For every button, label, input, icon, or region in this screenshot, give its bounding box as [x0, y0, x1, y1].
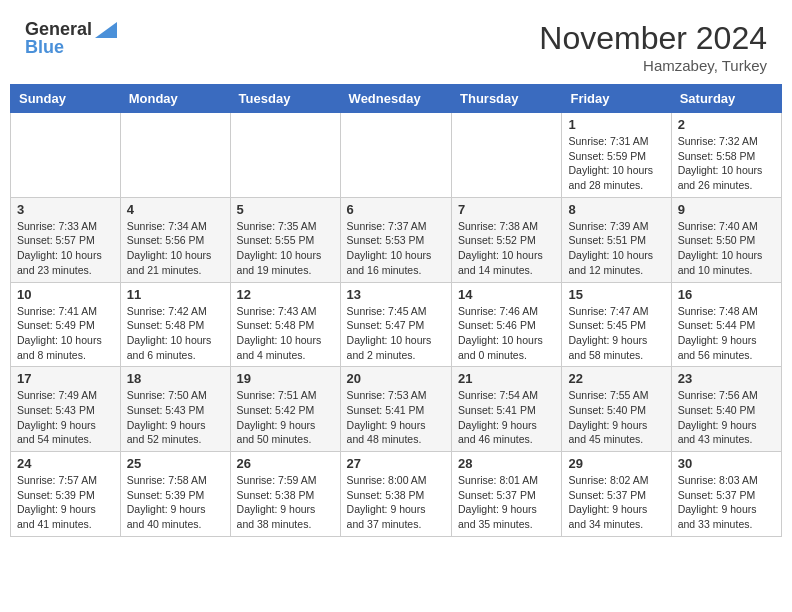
weekday-header-monday: Monday — [120, 85, 230, 113]
day-info: Sunrise: 7:32 AM Sunset: 5:58 PM Dayligh… — [678, 134, 775, 193]
calendar-table: SundayMondayTuesdayWednesdayThursdayFrid… — [10, 84, 782, 537]
calendar-cell: 18Sunrise: 7:50 AM Sunset: 5:43 PM Dayli… — [120, 367, 230, 452]
calendar-cell: 11Sunrise: 7:42 AM Sunset: 5:48 PM Dayli… — [120, 282, 230, 367]
day-number: 6 — [347, 202, 445, 217]
day-info: Sunrise: 7:49 AM Sunset: 5:43 PM Dayligh… — [17, 388, 114, 447]
day-info: Sunrise: 7:57 AM Sunset: 5:39 PM Dayligh… — [17, 473, 114, 532]
day-number: 22 — [568, 371, 664, 386]
day-info: Sunrise: 7:50 AM Sunset: 5:43 PM Dayligh… — [127, 388, 224, 447]
weekday-header-saturday: Saturday — [671, 85, 781, 113]
page-header: General Blue November 2024 Hamzabey, Tur… — [10, 10, 782, 79]
weekday-header-sunday: Sunday — [11, 85, 121, 113]
day-number: 10 — [17, 287, 114, 302]
day-info: Sunrise: 8:03 AM Sunset: 5:37 PM Dayligh… — [678, 473, 775, 532]
day-number: 14 — [458, 287, 555, 302]
weekday-header-thursday: Thursday — [452, 85, 562, 113]
calendar-cell: 10Sunrise: 7:41 AM Sunset: 5:49 PM Dayli… — [11, 282, 121, 367]
day-info: Sunrise: 7:42 AM Sunset: 5:48 PM Dayligh… — [127, 304, 224, 363]
day-number: 8 — [568, 202, 664, 217]
calendar-cell: 8Sunrise: 7:39 AM Sunset: 5:51 PM Daylig… — [562, 197, 671, 282]
day-number: 3 — [17, 202, 114, 217]
day-number: 9 — [678, 202, 775, 217]
calendar-cell: 14Sunrise: 7:46 AM Sunset: 5:46 PM Dayli… — [452, 282, 562, 367]
weekday-header-friday: Friday — [562, 85, 671, 113]
calendar-week-row: 3Sunrise: 7:33 AM Sunset: 5:57 PM Daylig… — [11, 197, 782, 282]
calendar-cell: 6Sunrise: 7:37 AM Sunset: 5:53 PM Daylig… — [340, 197, 451, 282]
day-info: Sunrise: 7:46 AM Sunset: 5:46 PM Dayligh… — [458, 304, 555, 363]
weekday-header-row: SundayMondayTuesdayWednesdayThursdayFrid… — [11, 85, 782, 113]
calendar-cell — [11, 113, 121, 198]
calendar-cell: 30Sunrise: 8:03 AM Sunset: 5:37 PM Dayli… — [671, 452, 781, 537]
day-number: 24 — [17, 456, 114, 471]
day-info: Sunrise: 7:48 AM Sunset: 5:44 PM Dayligh… — [678, 304, 775, 363]
logo-blue-text: Blue — [25, 37, 64, 57]
calendar-cell: 28Sunrise: 8:01 AM Sunset: 5:37 PM Dayli… — [452, 452, 562, 537]
weekday-header-wednesday: Wednesday — [340, 85, 451, 113]
day-number: 15 — [568, 287, 664, 302]
day-number: 20 — [347, 371, 445, 386]
day-number: 4 — [127, 202, 224, 217]
day-info: Sunrise: 7:56 AM Sunset: 5:40 PM Dayligh… — [678, 388, 775, 447]
calendar-cell — [452, 113, 562, 198]
day-number: 13 — [347, 287, 445, 302]
calendar-cell: 9Sunrise: 7:40 AM Sunset: 5:50 PM Daylig… — [671, 197, 781, 282]
calendar-cell: 19Sunrise: 7:51 AM Sunset: 5:42 PM Dayli… — [230, 367, 340, 452]
logo-icon — [95, 22, 117, 38]
day-number: 26 — [237, 456, 334, 471]
day-number: 27 — [347, 456, 445, 471]
calendar-cell: 22Sunrise: 7:55 AM Sunset: 5:40 PM Dayli… — [562, 367, 671, 452]
day-info: Sunrise: 7:35 AM Sunset: 5:55 PM Dayligh… — [237, 219, 334, 278]
calendar-cell: 4Sunrise: 7:34 AM Sunset: 5:56 PM Daylig… — [120, 197, 230, 282]
calendar-cell: 1Sunrise: 7:31 AM Sunset: 5:59 PM Daylig… — [562, 113, 671, 198]
day-number: 5 — [237, 202, 334, 217]
day-number: 29 — [568, 456, 664, 471]
calendar-cell: 21Sunrise: 7:54 AM Sunset: 5:41 PM Dayli… — [452, 367, 562, 452]
calendar-cell: 7Sunrise: 7:38 AM Sunset: 5:52 PM Daylig… — [452, 197, 562, 282]
day-info: Sunrise: 8:02 AM Sunset: 5:37 PM Dayligh… — [568, 473, 664, 532]
day-number: 7 — [458, 202, 555, 217]
day-number: 18 — [127, 371, 224, 386]
calendar-cell: 13Sunrise: 7:45 AM Sunset: 5:47 PM Dayli… — [340, 282, 451, 367]
day-info: Sunrise: 7:40 AM Sunset: 5:50 PM Dayligh… — [678, 219, 775, 278]
day-info: Sunrise: 7:54 AM Sunset: 5:41 PM Dayligh… — [458, 388, 555, 447]
day-number: 17 — [17, 371, 114, 386]
day-info: Sunrise: 7:38 AM Sunset: 5:52 PM Dayligh… — [458, 219, 555, 278]
day-info: Sunrise: 7:45 AM Sunset: 5:47 PM Dayligh… — [347, 304, 445, 363]
day-info: Sunrise: 7:47 AM Sunset: 5:45 PM Dayligh… — [568, 304, 664, 363]
day-number: 2 — [678, 117, 775, 132]
calendar-cell: 5Sunrise: 7:35 AM Sunset: 5:55 PM Daylig… — [230, 197, 340, 282]
calendar-cell — [340, 113, 451, 198]
calendar-cell: 23Sunrise: 7:56 AM Sunset: 5:40 PM Dayli… — [671, 367, 781, 452]
calendar-week-row: 24Sunrise: 7:57 AM Sunset: 5:39 PM Dayli… — [11, 452, 782, 537]
day-number: 21 — [458, 371, 555, 386]
title-area: November 2024 Hamzabey, Turkey — [539, 20, 767, 74]
calendar-cell — [230, 113, 340, 198]
calendar-week-row: 17Sunrise: 7:49 AM Sunset: 5:43 PM Dayli… — [11, 367, 782, 452]
day-info: Sunrise: 7:41 AM Sunset: 5:49 PM Dayligh… — [17, 304, 114, 363]
location-subtitle: Hamzabey, Turkey — [539, 57, 767, 74]
day-info: Sunrise: 7:31 AM Sunset: 5:59 PM Dayligh… — [568, 134, 664, 193]
day-number: 16 — [678, 287, 775, 302]
month-title: November 2024 — [539, 20, 767, 57]
svg-marker-0 — [95, 22, 117, 38]
day-info: Sunrise: 8:00 AM Sunset: 5:38 PM Dayligh… — [347, 473, 445, 532]
day-info: Sunrise: 7:39 AM Sunset: 5:51 PM Dayligh… — [568, 219, 664, 278]
day-number: 12 — [237, 287, 334, 302]
calendar-cell: 20Sunrise: 7:53 AM Sunset: 5:41 PM Dayli… — [340, 367, 451, 452]
day-info: Sunrise: 8:01 AM Sunset: 5:37 PM Dayligh… — [458, 473, 555, 532]
calendar-cell: 16Sunrise: 7:48 AM Sunset: 5:44 PM Dayli… — [671, 282, 781, 367]
day-number: 19 — [237, 371, 334, 386]
day-number: 23 — [678, 371, 775, 386]
logo: General Blue — [25, 20, 117, 57]
day-number: 28 — [458, 456, 555, 471]
day-number: 25 — [127, 456, 224, 471]
day-info: Sunrise: 7:51 AM Sunset: 5:42 PM Dayligh… — [237, 388, 334, 447]
day-info: Sunrise: 7:58 AM Sunset: 5:39 PM Dayligh… — [127, 473, 224, 532]
day-info: Sunrise: 7:53 AM Sunset: 5:41 PM Dayligh… — [347, 388, 445, 447]
day-number: 11 — [127, 287, 224, 302]
calendar-cell — [120, 113, 230, 198]
calendar-cell: 3Sunrise: 7:33 AM Sunset: 5:57 PM Daylig… — [11, 197, 121, 282]
calendar-week-row: 10Sunrise: 7:41 AM Sunset: 5:49 PM Dayli… — [11, 282, 782, 367]
calendar-cell: 12Sunrise: 7:43 AM Sunset: 5:48 PM Dayli… — [230, 282, 340, 367]
day-info: Sunrise: 7:59 AM Sunset: 5:38 PM Dayligh… — [237, 473, 334, 532]
